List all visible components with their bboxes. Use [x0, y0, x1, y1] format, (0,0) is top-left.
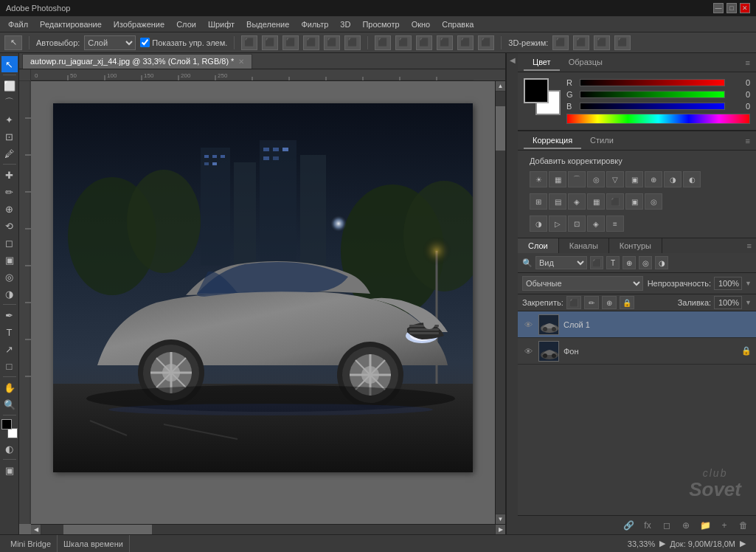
quick-mask-button[interactable]: ◐ — [1, 441, 18, 457]
opacity-input[interactable] — [714, 277, 742, 290]
menu-image[interactable]: Изображение — [108, 18, 170, 30]
menu-window[interactable]: Окно — [406, 18, 436, 30]
scroll-thumb-h[interactable] — [63, 525, 152, 535]
menu-file[interactable]: Файл — [3, 18, 33, 30]
pen-tool[interactable]: ✒ — [1, 307, 18, 323]
align-right-button[interactable]: ⬛ — [282, 35, 299, 50]
color-tab[interactable]: Цвет — [524, 55, 560, 71]
maximize-button[interactable]: □ — [726, 3, 737, 13]
blue-slider[interactable] — [580, 103, 725, 110]
layer-filter-btn3[interactable]: ⊕ — [623, 256, 636, 269]
equalize-btn[interactable]: ≡ — [606, 215, 624, 232]
history-brush-tool[interactable]: ⟲ — [1, 218, 18, 234]
hand-tool[interactable]: ✋ — [1, 379, 18, 396]
red-slider[interactable] — [580, 79, 725, 86]
layer-adjustment-btn[interactable]: ⊕ — [678, 519, 694, 532]
match-color-btn[interactable]: ⊡ — [568, 215, 586, 232]
fill-dropdown-btn[interactable]: ▼ — [745, 299, 752, 306]
lock-position-btn[interactable]: ✏ — [584, 296, 599, 309]
threshold-btn[interactable]: ⬛ — [606, 193, 624, 210]
scroll-right-button[interactable]: ▶ — [495, 525, 505, 535]
lock-all-btn[interactable]: ⊕ — [602, 296, 617, 309]
menu-view[interactable]: Просмотр — [357, 18, 404, 30]
hdr-btn[interactable]: ▷ — [549, 215, 566, 232]
move-tool[interactable]: ↖ — [1, 56, 18, 72]
eraser-tool[interactable]: ◻ — [1, 235, 18, 251]
panel-options-icon[interactable]: ≡ — [746, 58, 750, 67]
shape-tool[interactable]: □ — [1, 358, 18, 374]
arrow-nav2[interactable]: ▶ — [740, 539, 746, 548]
align-top-button[interactable]: ⬛ — [303, 35, 319, 50]
layer-row-bg[interactable]: 👁 Фон 🔒 — [518, 338, 756, 365]
scroll-down-button[interactable]: ▼ — [496, 514, 506, 524]
layer-filter-btn1[interactable]: ⬛ — [590, 256, 603, 269]
replace-color-btn[interactable]: ◈ — [587, 215, 605, 232]
color-lookup-btn[interactable]: ▤ — [549, 193, 566, 210]
lock-pixels-btn[interactable]: ⬛ — [566, 296, 581, 309]
scroll-up-button[interactable]: ▲ — [496, 81, 506, 92]
move-tool-options[interactable]: ↖ — [4, 35, 22, 50]
correction-options-icon[interactable]: ≡ — [746, 137, 750, 145]
mini-bridge-section[interactable]: Mini Bridge — [4, 535, 58, 552]
layer-group-btn[interactable]: 📁 — [697, 519, 713, 532]
color-spectrum[interactable] — [566, 114, 750, 124]
gradient-tool[interactable]: ▣ — [1, 252, 18, 268]
distribute1-button[interactable]: ⬛ — [375, 35, 391, 50]
menu-layers[interactable]: Слои — [171, 18, 201, 30]
vibrance-btn[interactable]: ▽ — [606, 171, 624, 187]
layer-link-btn[interactable]: 🔗 — [620, 519, 637, 532]
active-tab[interactable]: autowp.ru_jaguar_xj_44.jpg @ 33,3% (Слой… — [22, 54, 252, 69]
menu-filter[interactable]: Фильтр — [296, 18, 333, 30]
spot-heal-tool[interactable]: ✚ — [1, 167, 18, 183]
foreground-color-swatch[interactable] — [1, 419, 12, 429]
menu-select[interactable]: Выделение — [241, 18, 294, 30]
selective-color-btn[interactable]: ◎ — [645, 193, 662, 210]
lock-extra-btn[interactable]: 🔒 — [620, 296, 634, 309]
green-slider[interactable] — [580, 91, 725, 98]
align-center-v-button[interactable]: ⬛ — [324, 35, 340, 50]
dodge-tool[interactable]: ◑ — [1, 286, 18, 302]
bw-btn[interactable]: ◑ — [664, 171, 682, 187]
fill-input[interactable] — [714, 296, 742, 309]
marquee-tool[interactable]: ⬜ — [1, 77, 18, 94]
swatches-tab[interactable]: Образцы — [560, 55, 611, 71]
layer-style-btn[interactable]: fx — [639, 519, 656, 532]
blend-mode-dropdown[interactable]: Обычные — [522, 276, 643, 291]
minimize-button[interactable]: — — [713, 3, 724, 13]
layer-new-btn[interactable]: + — [716, 519, 732, 532]
arrow-nav[interactable]: ▶ — [659, 539, 665, 548]
blur-tool[interactable]: ◎ — [1, 269, 18, 285]
align-left-button[interactable]: ⬛ — [241, 35, 257, 50]
exposure-btn[interactable]: ◎ — [587, 171, 605, 187]
close-button[interactable]: ✕ — [740, 3, 750, 13]
gradient-map-btn[interactable]: ▣ — [625, 193, 643, 210]
scroll-thumb-v[interactable] — [496, 106, 505, 151]
layers-tab[interactable]: Слои — [518, 238, 559, 253]
3d-mode-btn1[interactable]: ⬛ — [552, 35, 569, 50]
menu-edit[interactable]: Редактирование — [35, 18, 107, 30]
menu-help[interactable]: Справка — [437, 18, 479, 30]
screen-mode-button[interactable]: ▣ — [1, 462, 18, 478]
brush-tool[interactable]: ✏ — [1, 184, 18, 200]
layer-filter-btn4[interactable]: ◎ — [639, 256, 652, 269]
distribute6-button[interactable]: ⬛ — [478, 35, 494, 50]
autoselect-dropdown[interactable]: Слой — [84, 35, 136, 50]
styles-tab[interactable]: Стили — [581, 133, 623, 149]
correction-tab[interactable]: Коррекция — [524, 133, 581, 149]
levels-btn[interactable]: ▦ — [549, 171, 566, 187]
invert-btn[interactable]: ◈ — [568, 193, 586, 210]
menu-3d[interactable]: 3D — [335, 18, 356, 30]
layers-panel-options[interactable]: ≡ — [743, 238, 756, 253]
canvas-content[interactable] — [31, 81, 495, 524]
path-select-tool[interactable]: ↗ — [1, 341, 18, 357]
photo-filter-btn[interactable]: ◐ — [683, 171, 701, 187]
eyedropper-tool[interactable]: 🖉 — [1, 145, 18, 162]
foreground-swatch[interactable] — [524, 78, 549, 103]
layer-row-1[interactable]: 👁 Слой 1 — [518, 311, 756, 338]
zoom-tool[interactable]: 🔍 — [1, 396, 18, 413]
distribute3-button[interactable]: ⬛ — [416, 35, 432, 50]
layer-delete-btn[interactable]: 🗑 — [735, 519, 752, 532]
layer-filter-dropdown[interactable]: Вид — [535, 256, 587, 269]
quick-select-tool[interactable]: ✦ — [1, 111, 18, 128]
clone-tool[interactable]: ⊕ — [1, 201, 18, 217]
